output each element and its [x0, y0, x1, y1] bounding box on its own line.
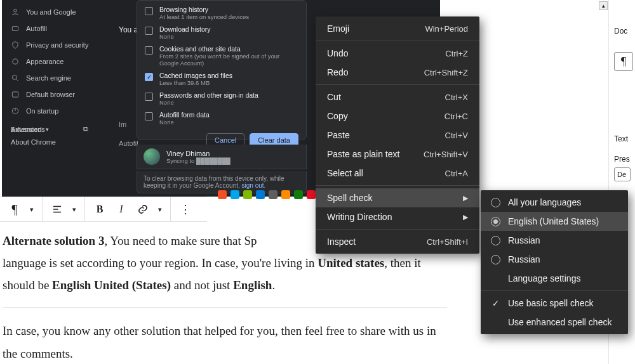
- ctx-undo[interactable]: UndoCtrl+Z: [316, 44, 479, 63]
- shield-icon: [11, 41, 20, 49]
- ctx-separator: [316, 41, 479, 41]
- sidebar-item-appearance[interactable]: Appearance: [2, 53, 104, 70]
- row-sub: From 2 sites (you won't be signed out of…: [159, 53, 298, 67]
- submenu-label: All your languages: [508, 197, 581, 207]
- more-formatting-dropdown[interactable]: ▾: [154, 198, 166, 220]
- ctx-copy[interactable]: CopyCtrl+C: [316, 107, 479, 126]
- submenu-label: Use basic spell check: [508, 298, 594, 308]
- svg-rect-4: [12, 92, 18, 97]
- preset-dropdown[interactable]: De: [614, 167, 631, 181]
- ctx-paste[interactable]: PasteCtrl+V: [316, 126, 479, 145]
- sidebar-item-privacy[interactable]: Privacy and security: [2, 37, 104, 53]
- spell-lang-en-us[interactable]: English (United States): [481, 212, 628, 231]
- ctx-cut[interactable]: CutCtrl+X: [316, 88, 479, 107]
- use-enhanced-spellcheck[interactable]: Use enhanced spell check: [481, 313, 628, 332]
- align-dropdown[interactable]: ▾: [68, 198, 81, 220]
- paragraph-button[interactable]: ¶: [4, 198, 25, 220]
- radio-selected-icon: [491, 217, 500, 226]
- cbd-row-cookies[interactable]: Cookies and other site dataFrom 2 sites …: [137, 42, 306, 69]
- ctx-emoji[interactable]: EmojiWin+Period: [316, 19, 479, 38]
- submenu-arrow-icon: ▶: [463, 194, 468, 202]
- cbd-row-browsing-history[interactable]: Browsing historyAt least 1 item on synce…: [137, 3, 306, 23]
- search-icon: [11, 74, 20, 82]
- ctx-spell-check[interactable]: Spell check▶: [316, 188, 479, 207]
- paragraph-dropdown[interactable]: ▾: [25, 198, 38, 220]
- user-icon: [11, 8, 20, 16]
- align-button[interactable]: [46, 198, 68, 220]
- sync-user-row[interactable]: Viney Dhiman Syncing to ████████: [137, 145, 307, 169]
- spell-lang-russian-2[interactable]: Russian: [481, 250, 628, 269]
- sidebar-label: On startup: [26, 107, 58, 115]
- appearance-icon: [11, 57, 20, 66]
- spell-lang-all[interactable]: All your languages: [481, 193, 628, 212]
- svg-rect-1: [12, 27, 18, 31]
- sidebar-about-chrome[interactable]: About Chrome: [11, 138, 88, 146]
- bg-text-autofil: Autofil: [119, 140, 138, 147]
- paragraph-indicator[interactable]: ¶: [614, 52, 633, 71]
- row-title: Browsing history: [159, 6, 249, 13]
- sidebar-label: You and Google: [26, 8, 76, 16]
- ctx-paste-plain[interactable]: Paste as plain textCtrl+Shift+V: [316, 145, 479, 164]
- taskbar-icon: [218, 190, 227, 199]
- row-title: Autofill form data: [159, 111, 210, 119]
- sidebar-item-autofill[interactable]: Autofill: [2, 20, 104, 37]
- sidebar-extensions[interactable]: Extensions⧉: [11, 125, 88, 133]
- spell-lang-russian-1[interactable]: Russian: [481, 231, 628, 250]
- ctx-separator: [481, 290, 628, 291]
- text-label: Text: [614, 134, 628, 143]
- language-settings[interactable]: Language settings: [481, 269, 628, 288]
- ctx-separator: [316, 229, 479, 230]
- sidebar-item-you-and-google[interactable]: You and Google: [2, 4, 104, 20]
- editor-toolbar: ¶ ▾ ▾ B I ▾ ⋮: [0, 197, 207, 222]
- checkbox[interactable]: [145, 27, 153, 35]
- sidebar-item-default-browser[interactable]: Default browser: [2, 86, 104, 103]
- user-sync: Syncing to ████████: [166, 157, 231, 164]
- ctx-separator: [316, 185, 479, 186]
- row-sub: Less than 39.6 MB: [159, 79, 232, 86]
- svg-point-3: [12, 75, 17, 79]
- bold-button[interactable]: B: [89, 198, 110, 220]
- cbd-row-passwords[interactable]: Passwords and other sign-in dataNone: [137, 89, 306, 108]
- ctx-inspect[interactable]: InspectCtrl+Shift+I: [316, 232, 479, 251]
- ctx-select-all[interactable]: Select allCtrl+A: [316, 164, 479, 183]
- checkbox[interactable]: [145, 7, 153, 15]
- italic-button[interactable]: I: [110, 198, 132, 220]
- you-and-label: You a: [119, 25, 138, 34]
- cbd-row-download-history[interactable]: Download historyNone: [137, 23, 306, 42]
- sidebar-item-startup[interactable]: On startup: [2, 103, 104, 119]
- cbd-row-cached[interactable]: Cached images and filesLess than 39.6 MB: [137, 69, 306, 89]
- sidebar-label: Appearance: [26, 58, 64, 65]
- sidebar-item-search[interactable]: Search engine: [2, 70, 104, 86]
- submenu-label: Russian: [508, 254, 540, 264]
- spellcheck-submenu: All your languages English (United State…: [481, 190, 628, 334]
- article-paragraph-2: In case, you know any other solution tha…: [3, 320, 447, 364]
- article-divider: [3, 308, 447, 308]
- checkbox[interactable]: [145, 112, 153, 120]
- taskbar-icon: [231, 190, 239, 199]
- clear-browsing-data-dialog: Browsing historyAt least 1 item on synce…: [137, 0, 307, 140]
- taskbar-icon: [269, 190, 277, 199]
- submenu-label: English (United States): [508, 216, 599, 226]
- row-title: Passwords and other sign-in data: [159, 91, 258, 99]
- submenu-label: Language settings: [508, 273, 580, 283]
- taskbar-icon: [294, 190, 303, 199]
- radio-icon: [491, 236, 500, 245]
- cbd-row-autofill[interactable]: Autofill form dataNone: [137, 108, 306, 128]
- ctx-writing-direction[interactable]: Writing Direction▶: [316, 207, 479, 226]
- row-sub: At least 1 item on synced devices: [159, 13, 249, 20]
- sign-out-link[interactable]: sign out: [242, 182, 264, 189]
- svg-point-2: [13, 59, 18, 64]
- doc-label: Doc: [614, 27, 627, 36]
- use-basic-spellcheck[interactable]: ✓Use basic spell check: [481, 294, 628, 313]
- taskbar-icon: [281, 190, 290, 199]
- link-button[interactable]: [132, 198, 154, 220]
- svg-point-0: [14, 9, 17, 12]
- checkbox-checked[interactable]: [145, 73, 153, 81]
- ctx-redo[interactable]: RedoCtrl+Shift+Z: [316, 63, 479, 82]
- radio-icon: [491, 198, 500, 207]
- more-options-button[interactable]: ⋮: [175, 198, 196, 220]
- checkbox[interactable]: [145, 46, 153, 55]
- checkbox[interactable]: [145, 93, 153, 101]
- pres-label: Pres: [614, 155, 630, 164]
- scroll-up-arrow[interactable]: ▴: [599, 1, 608, 10]
